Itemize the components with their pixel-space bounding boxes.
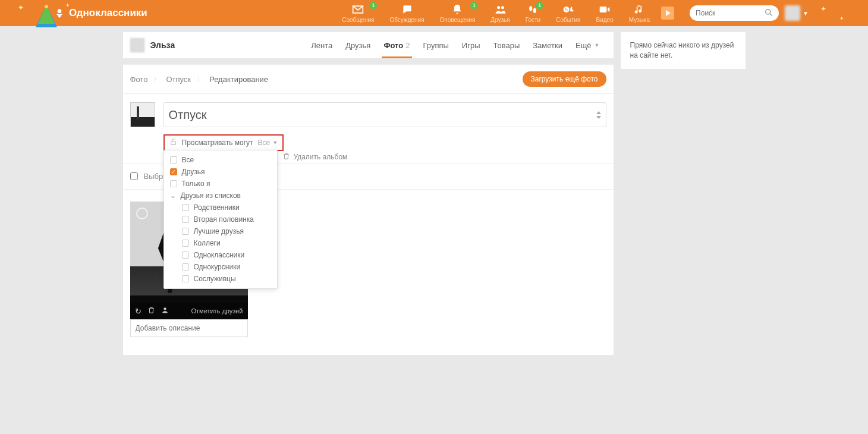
vis-group-lists[interactable]: ⌄Друзья из списков [164, 190, 277, 202]
bell-icon [451, 4, 463, 15]
crumb-photos[interactable]: Фото [130, 75, 148, 84]
visibility-dropdown: Все ✓Друзья Только я ⌄Друзья из списков … [163, 150, 278, 289]
vis-option-only-me[interactable]: Только я [164, 178, 277, 190]
checkbox-icon [182, 204, 189, 211]
trash-icon[interactable] [147, 306, 155, 316]
breadcrumb-row: Фото 〉 Отпуск 〉 Редактирование Загрузить… [123, 64, 614, 94]
checkbox-icon [182, 228, 189, 235]
vis-option-spouse[interactable]: Вторая половинка [164, 213, 277, 225]
checkbox-icon [182, 240, 189, 247]
nav-events[interactable]: 5 События [548, 0, 588, 26]
sparkle-icon: ✦ [820, 5, 826, 13]
user-avatar[interactable] [785, 5, 800, 21]
vis-option-coworkers[interactable]: Сослуживцы [164, 273, 277, 285]
album-title-input[interactable] [169, 108, 596, 122]
chevron-down-icon: ▼ [272, 140, 278, 146]
tab-more[interactable]: Ещё▼ [569, 32, 606, 58]
nav-messages[interactable]: Сообщения 1 [334, 0, 382, 26]
play-icon [661, 7, 674, 19]
person-tag-icon[interactable] [161, 306, 169, 316]
vis-option-friends[interactable]: ✓Друзья [164, 166, 277, 178]
tab-feed[interactable]: Лента [304, 32, 339, 58]
select-all-checkbox[interactable] [130, 172, 138, 180]
header-nav: Сообщения 1 Обсуждения Оповещения 1 Друз… [334, 0, 678, 26]
thumb-icon: 5 [562, 4, 574, 15]
nav-video[interactable]: Видео [589, 0, 621, 26]
unlock-icon [169, 138, 177, 147]
tab-goods[interactable]: Товары [487, 32, 527, 58]
checkbox-checked-icon: ✓ [170, 168, 177, 175]
sparkle-icon: ✦ [839, 15, 844, 21]
svg-rect-10 [600, 7, 607, 12]
checkbox-icon [182, 263, 189, 271]
site-logo[interactable]: Одноклассники [54, 7, 147, 19]
nav-music[interactable]: Музыка [621, 0, 658, 26]
party-hat-icon [32, 4, 61, 34]
music-icon [633, 4, 645, 15]
nav-friends[interactable]: Друзья [483, 0, 517, 26]
svg-point-4 [497, 6, 500, 9]
site-name: Одноклассники [69, 7, 147, 19]
search-input[interactable] [696, 9, 765, 17]
profile-tabs: Лента Друзья Фото2 Группы Игры Товары За… [304, 32, 606, 58]
svg-point-7 [533, 8, 536, 12]
tag-friends-link[interactable]: Отметить друзей [191, 307, 243, 315]
nav-discussions[interactable]: Обсуждения [382, 0, 432, 26]
vis-option-all[interactable]: Все [164, 154, 277, 166]
photo-toolbar: ↻ Отметить друзей [130, 303, 248, 319]
tab-games[interactable]: Игры [455, 32, 487, 58]
photo-select-circle[interactable] [136, 207, 148, 219]
crumb-album[interactable]: Отпуск [166, 75, 191, 84]
search-box[interactable] [690, 5, 779, 21]
rotate-icon[interactable]: ↻ [135, 307, 141, 316]
chevron-down-icon: ⌄ [170, 191, 176, 200]
delete-album-link[interactable]: Удалить альбом [282, 152, 348, 162]
spinner-up-icon[interactable] [596, 111, 601, 114]
site-header: ✦ ✦ ✦ Одноклассники Сообщения 1 Обсужден… [0, 0, 868, 26]
vis-option-coursemates[interactable]: Однокурсники [164, 261, 277, 273]
visibility-selector[interactable]: Просматривать могут Все ▼ [163, 134, 284, 151]
album-cover-thumb[interactable] [130, 102, 155, 127]
svg-text:5: 5 [565, 7, 568, 12]
svg-point-14 [163, 307, 166, 310]
trash-icon [282, 152, 290, 162]
svg-point-2 [45, 5, 48, 8]
nav-play-toggle[interactable] [658, 0, 678, 26]
profile-bar: Эльза Лента Друзья Фото2 Группы Игры Тов… [123, 32, 614, 58]
photo-caption-input[interactable] [130, 319, 248, 337]
checkbox-icon [182, 216, 189, 223]
chat-icon [401, 4, 413, 15]
visibility-value: Все [258, 139, 271, 147]
upload-more-button[interactable]: Загрузить ещё фото [523, 71, 606, 87]
vis-option-relatives[interactable]: Родственники [164, 202, 277, 213]
chevron-right-icon: 〉 [197, 75, 203, 84]
album-title-wrap [163, 102, 606, 127]
vis-option-colleagues[interactable]: Коллеги [164, 237, 277, 249]
tab-photos[interactable]: Фото2 [377, 32, 416, 58]
nav-notifications[interactable]: Оповещения 1 [432, 0, 483, 26]
badge: 1 [470, 2, 478, 10]
checkbox-icon [170, 180, 177, 187]
chevron-down-icon: ▼ [595, 42, 600, 48]
svg-point-12 [766, 9, 770, 14]
sparkle-icon: ✦ [709, 7, 713, 13]
chevron-right-icon: 〉 [153, 75, 160, 84]
search-icon[interactable] [765, 8, 773, 18]
checkbox-icon [182, 251, 189, 259]
vis-option-classmates[interactable]: Одноклассники [164, 249, 277, 261]
user-menu-arrow-icon[interactable]: ▼ [803, 10, 809, 17]
spinner-down-icon[interactable] [596, 116, 601, 119]
vis-option-best-friends[interactable]: Лучшие друзья [164, 225, 277, 237]
friends-online-notice: Прямо сейчас никого из друзей на сайте н… [621, 32, 746, 69]
nav-guests[interactable]: Гости 1 [518, 0, 548, 26]
tab-notes[interactable]: Заметки [526, 32, 569, 58]
envelope-icon [352, 4, 364, 15]
album-reorder-spinner [596, 111, 601, 119]
profile-name[interactable]: Эльза [150, 40, 175, 50]
tab-groups[interactable]: Группы [417, 32, 455, 58]
tab-friends[interactable]: Друзья [339, 32, 377, 58]
badge: 1 [369, 2, 377, 10]
profile-avatar[interactable] [130, 38, 144, 52]
svg-rect-13 [171, 141, 175, 144]
svg-point-5 [501, 6, 504, 9]
